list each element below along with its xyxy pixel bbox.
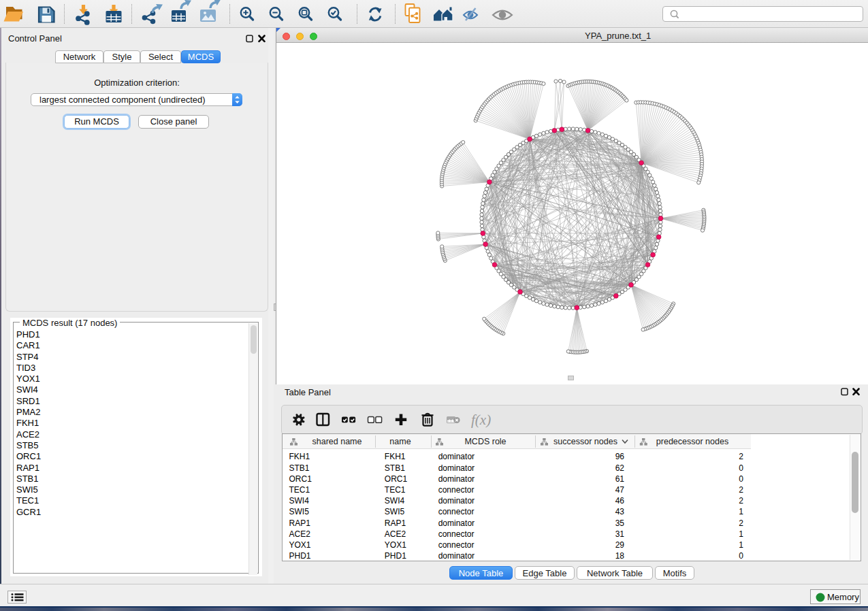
svg-text:f(x): f(x): [471, 412, 491, 428]
